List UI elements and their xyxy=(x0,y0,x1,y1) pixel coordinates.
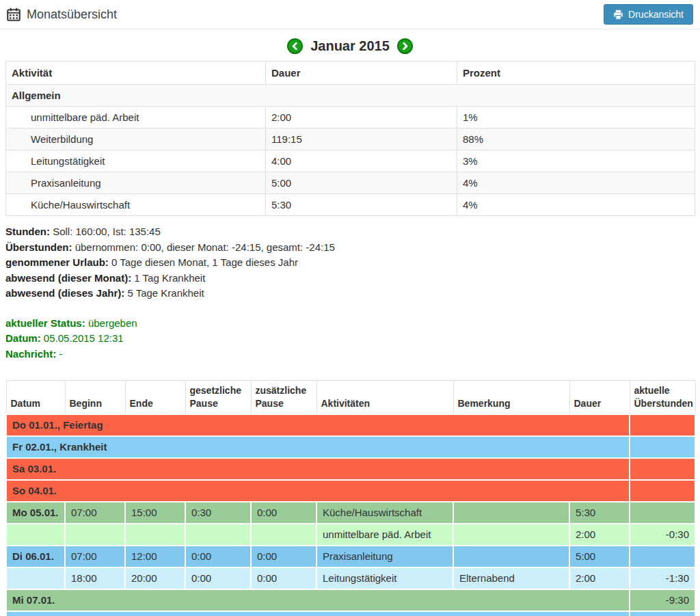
day-ende xyxy=(125,524,185,546)
day-gesetzliche-pause xyxy=(185,524,251,546)
day-banner-label: Sa 03.01. xyxy=(6,458,630,480)
next-month-button[interactable] xyxy=(397,38,413,54)
day-row: Do 08.01.-17:30 xyxy=(6,611,695,616)
month-nav: Januar 2015 xyxy=(0,38,700,54)
activity-dauer: 119:15 xyxy=(266,129,457,150)
activity-row: Leitungstätigkeit4:003% xyxy=(6,150,695,172)
day-row: Sa 03.01. xyxy=(6,458,695,480)
day-beginn xyxy=(65,524,125,546)
summary-line-label: Stunden: xyxy=(5,226,50,237)
printer-icon xyxy=(613,10,623,20)
status-line-label: Datum: xyxy=(5,332,41,344)
day-ende: 12:00 xyxy=(125,546,185,567)
activity-dauer: 5:30 xyxy=(266,194,457,216)
activity-dauer: 2:00 xyxy=(266,107,457,129)
activity-prozent: 1% xyxy=(457,107,695,129)
day-gesetzliche-pause: 0:30 xyxy=(185,502,251,524)
status-line: Nachricht: - xyxy=(5,347,695,362)
activity-name: Weiterbildung xyxy=(6,129,266,150)
day-table-header-row: Datum Beginn Ende gesetzliche Pause zusä… xyxy=(6,381,695,415)
column-header-aktuelle-ueberstunden: aktuelle Überstunden xyxy=(630,381,695,415)
column-header-aktivitaet: Aktivität xyxy=(6,62,266,85)
day-zusaetzliche-pause: 0:00 xyxy=(251,567,317,589)
summary-line-label: genommener Urlaub: xyxy=(5,256,109,268)
day-row: unmittelbare päd. Arbeit2:00-0:30 xyxy=(6,524,695,546)
column-header-ende: Ende xyxy=(125,381,185,415)
summary-line-label: abwesend (dieser Monat): xyxy=(5,272,131,284)
day-bemerkung xyxy=(453,546,569,567)
day-date: Mo 05.01. xyxy=(6,502,65,524)
day-gesetzliche-pause: 0:00 xyxy=(185,546,251,567)
day-dauer: 5:30 xyxy=(569,502,630,524)
column-header-beginn: Beginn xyxy=(65,381,125,415)
day-table: Datum Beginn Ende gesetzliche Pause zusä… xyxy=(5,380,696,616)
day-date xyxy=(6,524,65,546)
topbar: Monatsübersicht Druckansicht xyxy=(0,0,700,29)
activity-row: Küche/Hauswirtschaft5:304% xyxy=(6,194,695,216)
status-line: Datum: 05.05.2015 12:31 xyxy=(5,331,695,347)
day-date xyxy=(6,567,65,589)
day-banner-label: Do 01.01., Feiertag xyxy=(6,414,630,436)
day-aktivitaeten: Leitungstätigkeit xyxy=(317,567,453,589)
summary-line: abwesend (dieses Jahr): 5 Tage Krankheit xyxy=(5,286,695,302)
day-bemerkung xyxy=(453,524,569,546)
column-header-gesetzliche-pause: gesetzliche Pause xyxy=(185,381,251,415)
summary-line: Stunden: Soll: 160:00, Ist: 135:45 xyxy=(5,224,695,240)
status-line: aktueller Status: übergeben xyxy=(5,316,695,332)
circle-arrow-right-icon xyxy=(401,42,409,50)
circle-arrow-left-icon xyxy=(291,42,299,50)
status-line-label: aktueller Status: xyxy=(5,317,85,329)
day-overtime: -1:30 xyxy=(630,567,695,589)
day-banner-label: Mi 07.01. xyxy=(6,589,630,611)
calendar-icon xyxy=(7,8,21,21)
status-block: aktueller Status: übergebenDatum: 05.05.… xyxy=(5,316,695,362)
page-title: Monatsübersicht xyxy=(27,8,117,22)
column-header-dauer: Dauer xyxy=(266,62,457,85)
activity-row: Praxisanleitung5:004% xyxy=(6,172,695,194)
summary-line-label: abwesend (dieses Jahr): xyxy=(5,287,124,299)
day-dauer: 2:00 xyxy=(569,567,630,589)
column-header-dauer: Dauer xyxy=(569,381,630,415)
column-header-aktivitaeten: Aktivitäten xyxy=(317,381,453,415)
day-banner-label: Fr 02.01., Krankheit xyxy=(6,436,630,458)
summary-line: abwesend (dieser Monat): 1 Tag Krankheit xyxy=(5,271,695,286)
activity-group-label: Allgemein xyxy=(6,85,695,107)
day-beginn: 07:00 xyxy=(65,546,125,567)
day-overtime xyxy=(630,480,695,502)
day-gesetzliche-pause: 0:00 xyxy=(185,567,251,589)
day-zusaetzliche-pause xyxy=(251,524,317,546)
day-row: Do 01.01., Feiertag xyxy=(6,414,695,436)
page-title-group: Monatsübersicht xyxy=(7,8,117,22)
activity-prozent: 4% xyxy=(457,172,695,194)
activity-prozent: 4% xyxy=(457,194,695,216)
print-button[interactable]: Druckansicht xyxy=(604,4,693,25)
activity-dauer: 5:00 xyxy=(266,172,457,194)
summary-line: genommener Urlaub: 0 Tage diesen Monat, … xyxy=(5,255,695,271)
activity-prozent: 3% xyxy=(457,150,695,172)
day-aktivitaeten: unmittelbare päd. Arbeit xyxy=(317,524,453,546)
day-aktivitaeten: Küche/Hauswirtschaft xyxy=(317,502,453,524)
column-header-datum: Datum xyxy=(6,381,65,415)
activity-name: Leitungstätigkeit xyxy=(6,150,266,172)
day-row: Di 06.01.07:0012:000:000:00Praxisanleitu… xyxy=(6,546,695,567)
month-summary: Stunden: Soll: 160:00, Ist: 135:45Überst… xyxy=(5,224,695,302)
column-header-zusaetzliche-pause: zusätzliche Pause xyxy=(251,381,317,415)
day-overtime: -17:30 xyxy=(630,611,695,616)
activity-table-header-row: Aktivität Dauer Prozent xyxy=(6,62,695,85)
activity-name: Küche/Hauswirtschaft xyxy=(6,194,266,216)
page: Monatsübersicht Druckansicht Januar 201 xyxy=(0,0,700,616)
activity-name: Praxisanleitung xyxy=(6,172,266,194)
day-overtime: -0:30 xyxy=(630,524,695,546)
day-dauer: 2:00 xyxy=(569,524,630,546)
day-overtime xyxy=(630,414,695,436)
activity-dauer: 4:00 xyxy=(266,150,457,172)
day-row: Mo 05.01.07:0015:000:300:00Küche/Hauswir… xyxy=(6,502,695,524)
day-beginn: 18:00 xyxy=(65,567,125,589)
day-ende: 15:00 xyxy=(125,502,185,524)
day-banner-label: So 04.01. xyxy=(6,480,630,502)
prev-month-button[interactable] xyxy=(287,38,303,54)
activity-row: unmittelbare päd. Arbeit2:001% xyxy=(6,107,695,129)
activity-row: Weiterbildung119:1588% xyxy=(6,129,695,150)
column-header-bemerkung: Bemerkung xyxy=(453,381,569,415)
day-bemerkung: Elternabend xyxy=(453,567,569,589)
